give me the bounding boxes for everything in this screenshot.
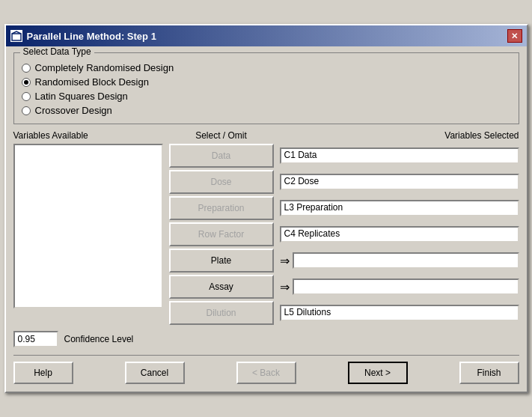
radio-crd[interactable]: Completely Randomised Design <box>22 62 511 73</box>
variables-listbox[interactable] <box>13 144 163 308</box>
main-window: Parallel Line Method: Step 1 ✕ Select Da… <box>4 24 528 393</box>
radio-label-cod: Crossover Design <box>35 105 112 116</box>
data-type-legend: Select Data Type <box>20 46 94 57</box>
next-button[interactable]: Next > <box>348 362 408 384</box>
finish-button[interactable]: Finish <box>459 362 519 384</box>
output-row-plate: ⇒ <box>280 249 519 273</box>
row-factor-button[interactable]: Row Factor <box>169 222 274 246</box>
output-row-preparation: L3 Preparation <box>280 196 519 220</box>
output-row-data: C1 Data <box>280 144 519 168</box>
radio-label-rbd: Randomised Block Design <box>35 76 149 88</box>
dose-button[interactable]: Dose <box>169 170 274 194</box>
data-type-group: Select Data Type Completely Randomised D… <box>13 52 519 124</box>
back-button[interactable]: < Back <box>236 362 296 384</box>
buttons-col: Data Dose Preparation Row Factor Plate A… <box>169 144 274 325</box>
output-data: C1 Data <box>280 147 519 164</box>
plate-button[interactable]: Plate <box>169 249 274 273</box>
window-title: Parallel Line Method: Step 1 <box>27 31 156 42</box>
output-fields: C1 Data C2 Dose L3 Preparation C4 Replic… <box>280 144 519 325</box>
confidence-input[interactable] <box>13 331 58 347</box>
output-dose: C2 Dose <box>280 174 519 190</box>
radio-circle-crd <box>22 64 31 73</box>
close-button[interactable]: ✕ <box>507 29 522 43</box>
radio-lsd[interactable]: Latin Squares Design <box>22 91 511 102</box>
radio-rbd[interactable]: Randomised Block Design <box>22 76 511 88</box>
app-icon <box>10 30 22 42</box>
help-button[interactable]: Help <box>13 362 73 384</box>
output-row-assay: ⇒ <box>280 275 519 299</box>
confidence-row: Confidence Level <box>13 331 519 347</box>
svg-rect-0 <box>12 34 21 40</box>
radio-circle-rbd <box>22 78 31 87</box>
radio-label-crd: Completely Randomised Design <box>35 62 174 73</box>
dilution-button[interactable]: Dilution <box>169 301 274 325</box>
radio-circle-cod <box>22 106 31 115</box>
output-row-factor: C4 Replicates <box>280 226 519 243</box>
window-body: Select Data Type Completely Randomised D… <box>6 46 527 392</box>
output-row-row-factor: C4 Replicates <box>280 222 519 246</box>
title-bar: Parallel Line Method: Step 1 ✕ <box>6 25 527 46</box>
data-button[interactable]: Data <box>169 144 274 168</box>
radio-circle-lsd <box>22 92 31 101</box>
radio-group: Completely Randomised Design Randomised … <box>22 62 511 116</box>
output-preparation: L3 Preparation <box>280 200 519 216</box>
assay-button[interactable]: Assay <box>169 275 274 299</box>
main-area: Variables Available Select / Omit Data D… <box>13 130 519 325</box>
select-omit-panel: Select / Omit Data Dose Preparation Row … <box>169 130 274 325</box>
title-bar-left: Parallel Line Method: Step 1 <box>10 30 156 42</box>
radio-label-lsd: Latin Squares Design <box>35 91 128 102</box>
output-assay <box>293 278 519 295</box>
plate-arrow-icon: ⇒ <box>280 254 290 268</box>
variables-available-label: Variables Available <box>13 130 163 141</box>
output-row-dose: C2 Dose <box>280 170 519 194</box>
confidence-label: Confidence Level <box>64 334 134 344</box>
select-omit-label: Select / Omit <box>169 130 274 141</box>
variables-selected-panel: Variables Selected C1 Data C2 Dose L3 Pr… <box>280 130 519 325</box>
preparation-button[interactable]: Preparation <box>169 196 274 220</box>
assay-arrow-icon: ⇒ <box>280 280 290 294</box>
variables-available-panel: Variables Available <box>13 130 163 325</box>
cancel-button[interactable]: Cancel <box>125 362 185 384</box>
output-dilution: L5 Dilutions <box>280 305 519 321</box>
radio-cod[interactable]: Crossover Design <box>22 105 511 116</box>
output-plate <box>293 252 519 269</box>
variables-selected-label: Variables Selected <box>280 130 519 141</box>
bottom-buttons: Help Cancel < Back Next > Finish <box>13 355 519 384</box>
output-row-dilution: L5 Dilutions <box>280 301 519 325</box>
